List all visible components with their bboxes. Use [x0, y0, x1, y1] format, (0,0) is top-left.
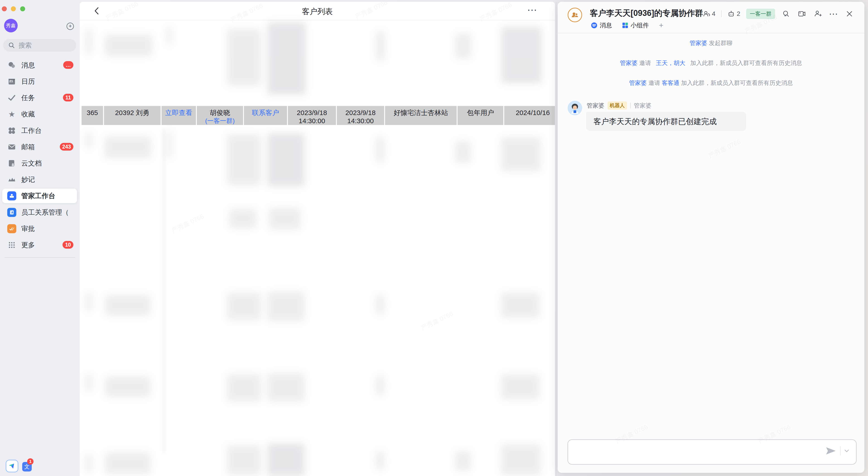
sidebar-item-label: 日历: [21, 77, 35, 86]
cell-user-type: 包年用户: [458, 106, 503, 125]
sidebar-item-mail[interactable]: 邮箱 243: [2, 140, 77, 154]
sidebar-item-butler-workbench[interactable]: 管家工作台: [2, 189, 77, 203]
cloud-doc-icon: [7, 159, 16, 168]
star-icon: ★: [7, 109, 16, 119]
customer-list-panel: 客户列表 ⋯ 365 20392 刘勇 立即查看 胡俊晓 (一客一群): [80, 2, 555, 476]
user-avatar[interactable]: 秀鑫: [4, 19, 18, 32]
more-options-button[interactable]: ⋯: [527, 4, 538, 15]
table-row[interactable]: 365 20392 刘勇 立即查看 胡俊晓 (一客一群) 联系客户 2023/9…: [82, 106, 555, 125]
chat-panel: 客户李天天[0936]的专属协作群 4 2 一客一群: [558, 2, 864, 473]
unread-badge: 243: [60, 143, 73, 151]
watermark: 严秀鑫 0766: [707, 137, 742, 160]
view-now-link[interactable]: 立即查看: [161, 106, 196, 125]
chat-more-icon[interactable]: ⋯: [829, 9, 839, 19]
feishu-app-icon[interactable]: [6, 460, 18, 472]
sidebar-item-docs[interactable]: 云文档: [2, 156, 77, 170]
member-count[interactable]: 4: [703, 10, 716, 18]
tab-messages[interactable]: 消息: [591, 21, 612, 29]
sidebar-divider: [4, 257, 75, 258]
message-input-box[interactable]: [567, 439, 857, 465]
sender-name[interactable]: 管家婆: [587, 102, 604, 109]
invitees-link[interactable]: 客客通: [662, 80, 680, 86]
owner-name: 胡俊晓: [197, 109, 243, 117]
sender-divider: [630, 103, 630, 108]
workbench-icon: [7, 126, 16, 135]
cell-time-2: 2023/9/18 14:30:00: [337, 106, 384, 125]
sidebar-item-tasks[interactable]: 任务 11: [2, 91, 77, 105]
system-message: 管家婆 发起群聊: [558, 39, 864, 47]
sidebar: 秀鑫 + 消息 … 21 日历 任务 11 ★ 收藏: [0, 0, 80, 476]
cell-station: 好慷宅洁士杏林站: [385, 106, 457, 125]
chat-bubbles-icon: [7, 61, 16, 70]
search-input[interactable]: [18, 41, 71, 50]
more-grid-icon: [7, 241, 16, 250]
owner-group-type-link[interactable]: (一客一群): [197, 117, 243, 125]
mail-icon: [7, 142, 16, 152]
system-message: 管家婆 邀请 客客通 加入此群，新成员入群可查看所有历史消息: [558, 79, 864, 87]
widgets-tab-icon: [622, 22, 628, 29]
blurred-column-line: [163, 129, 165, 452]
robot-icon: [727, 10, 735, 18]
sender-line: 管家婆 机器人 管家婆: [587, 101, 651, 109]
close-icon[interactable]: [844, 9, 855, 19]
members-icon: [703, 10, 710, 18]
bot-tag: 机器人: [608, 101, 627, 109]
cell-row-index: 365: [82, 106, 103, 125]
invitees-link[interactable]: 王天，胡大: [656, 60, 685, 66]
add-tab-button[interactable]: +: [659, 21, 663, 30]
sidebar-item-label: 审批: [21, 224, 35, 233]
sidebar-item-approval[interactable]: 审批: [2, 221, 77, 236]
sidebar-item-calendar[interactable]: 21 日历: [2, 74, 77, 89]
sidebar-item-favorites[interactable]: ★ 收藏: [2, 107, 77, 121]
cell-owner: 胡俊晓 (一客一群): [197, 106, 243, 125]
translate-badge: 1: [27, 458, 33, 465]
watermark: 严秀鑫 0766: [170, 212, 205, 235]
message-tab-icon: [591, 22, 597, 29]
meta-divider: [721, 10, 722, 17]
search-box[interactable]: [3, 39, 76, 52]
group-avatar[interactable]: [568, 8, 582, 22]
member-link[interactable]: 管家婆: [689, 40, 707, 46]
unread-badge: …: [63, 61, 73, 69]
send-icon[interactable]: [826, 446, 837, 455]
sidebar-item-workbench[interactable]: 工作台: [2, 123, 77, 138]
tab-widgets[interactable]: 小组件: [622, 21, 649, 29]
send-divider: [840, 446, 841, 455]
sidebar-item-label: 更多: [21, 241, 35, 250]
sidebar-item-label: 妙记: [21, 175, 35, 184]
sidebar-item-employee-relations[interactable]: 员工关系管理（S...: [2, 205, 77, 220]
search-icon: [8, 42, 15, 49]
unread-badge: 10: [63, 241, 73, 249]
minutes-wave-icon: [7, 175, 16, 184]
add-member-icon[interactable]: [813, 9, 823, 19]
sidebar-item-label: 消息: [21, 61, 35, 70]
panel-divider: [556, 2, 556, 476]
sidebar-item-label: 任务: [21, 93, 35, 103]
sender-avatar[interactable]: [568, 101, 582, 115]
search-in-chat-icon[interactable]: [781, 9, 791, 19]
chat-header: 客户李天天[0936]的专属协作群 4 2 一客一群: [558, 2, 864, 33]
sidebar-item-label: 邮箱: [21, 142, 35, 152]
sidebar-item-label: 管家工作台: [21, 191, 55, 201]
check-icon: [7, 93, 16, 102]
member-link[interactable]: 管家婆: [629, 80, 647, 86]
sidebar-item-messages[interactable]: 消息 …: [2, 58, 77, 72]
calendar-icon: 21: [7, 77, 16, 86]
chat-title: 客户李天天[0936]的专属协作群: [590, 8, 703, 19]
member-link[interactable]: 管家婆: [620, 60, 638, 66]
sidebar-item-more[interactable]: 更多 10: [2, 238, 77, 252]
system-message: 管家婆 邀请 王天，胡大 加入此群，新成员入群可查看所有历史消息: [558, 59, 864, 67]
message-bubble[interactable]: 客户李天天的专属协作群已创建完成: [586, 112, 746, 131]
video-call-icon[interactable]: [797, 9, 807, 19]
message-input[interactable]: [574, 444, 819, 461]
calendar-day: 21: [7, 79, 15, 83]
sender-suffix: 管家婆: [634, 102, 651, 109]
send-options-chevron-icon[interactable]: [844, 449, 849, 453]
contact-customer-link[interactable]: 联系客户: [244, 106, 287, 125]
bot-count[interactable]: 2: [727, 10, 740, 18]
sidebar-item-label: 工作台: [21, 126, 42, 135]
sidebar-item-minutes[interactable]: 妙记: [2, 172, 77, 187]
add-button[interactable]: +: [67, 23, 74, 30]
sidebar-item-label: 员工关系管理（S...: [21, 208, 69, 217]
group-type-tag: 一客一群: [746, 9, 775, 19]
